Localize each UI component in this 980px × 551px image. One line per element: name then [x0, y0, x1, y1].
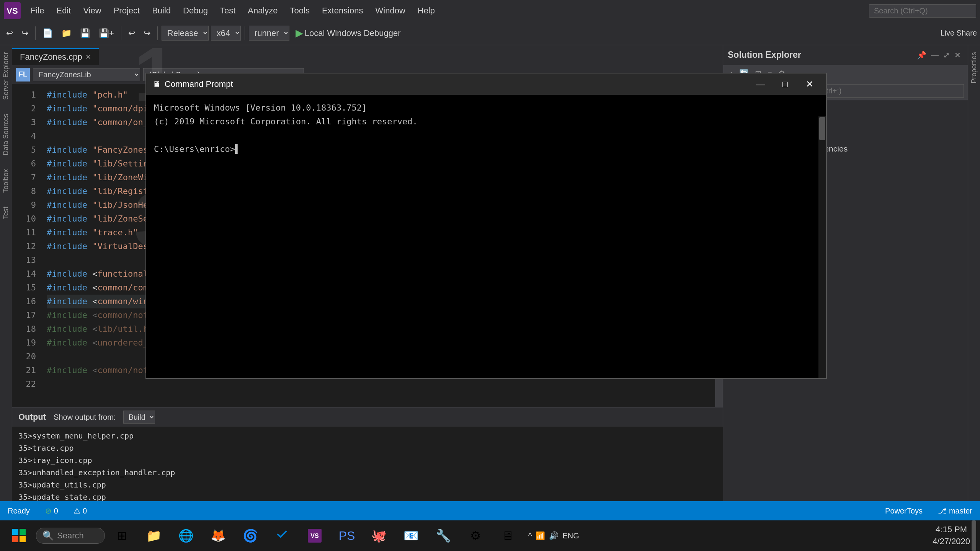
taskbar-edge[interactable]: 🌐	[171, 522, 201, 550]
toolbar-fwd-btn[interactable]: ↪	[18, 27, 31, 40]
menu-file[interactable]: File	[25, 3, 49, 18]
architecture-select[interactable]: x64	[211, 26, 241, 41]
cmd-close-btn[interactable]: ✕	[799, 77, 820, 91]
toolbar-sep-1	[35, 26, 36, 40]
global-search-input[interactable]	[869, 4, 976, 18]
powertoys-label: PowerToys	[885, 507, 923, 515]
toolbar-back-btn[interactable]: ↩	[3, 27, 16, 40]
toolbar-save-btn[interactable]: 💾	[77, 27, 93, 40]
taskbar-chrome[interactable]: 🌀	[235, 522, 266, 550]
output-from-label: Show output from:	[54, 413, 116, 422]
taskbar: 🔍 Search ⊞ 📁 🌐 🦊 🌀 VS PS 🐙 📧 🔧 ⚙ 🖥 ^ 📶 🔊…	[0, 520, 980, 551]
cmd-line-1: Microsoft Windows [Version 10.0.18363.75…	[154, 101, 811, 115]
svg-rect-2	[12, 529, 18, 535]
solution-explorer-title: Solution Explorer	[728, 50, 915, 60]
toolbar-save-all-btn[interactable]: 💾+	[96, 27, 117, 40]
start-button[interactable]	[4, 522, 34, 550]
liveshare-label: Live Share	[940, 29, 977, 37]
cmd-minimize-btn[interactable]: —	[750, 77, 771, 91]
run-debugger-btn[interactable]: ▶ Local Windows Debugger	[292, 26, 405, 41]
taskbar-outlook[interactable]: 📧	[396, 522, 426, 550]
debugger-label: Local Windows Debugger	[305, 28, 401, 38]
tray-volume: 🔊	[549, 531, 559, 540]
svg-rect-5	[20, 536, 26, 542]
taskbar-search-icon: 🔍	[42, 530, 54, 541]
output-line-1: 35>system_menu_helper.cpp	[18, 430, 717, 442]
right-sidebar: Properties	[968, 45, 980, 530]
sidebar-server-explorer[interactable]: Server Explorer	[0, 49, 11, 103]
toolbar-undo-btn[interactable]: ↩	[125, 27, 138, 40]
sidebar-test[interactable]: Test	[0, 204, 11, 222]
menu-analyze[interactable]: Analyze	[242, 3, 283, 18]
sidebar-toolbox[interactable]: Toolbox	[0, 166, 11, 196]
taskbar-other2[interactable]: ⚙	[460, 522, 491, 550]
menu-build[interactable]: Build	[147, 3, 176, 18]
menu-test[interactable]: Test	[215, 3, 241, 18]
status-bar: Ready ⊘ 0 ⚠ 0 PowerToys ⎇ master	[0, 501, 980, 520]
command-prompt-window: 🖥 Command Prompt — □ ✕ Microsoft Windows…	[145, 73, 827, 379]
file-path-select[interactable]: FancyZonesLib	[33, 68, 140, 81]
sidebar-properties[interactable]: Properties	[969, 49, 980, 86]
system-tray: ^ 📶 🔊 ENG	[524, 531, 583, 540]
vs-logo: VS	[4, 2, 21, 19]
taskbar-file-explorer[interactable]: 📁	[139, 522, 169, 550]
play-icon: ▶	[296, 27, 303, 39]
taskbar-vs-code[interactable]	[267, 522, 298, 550]
output-header: Output Show output from: Build	[12, 408, 723, 427]
warn-icon: ⚠	[74, 506, 80, 515]
taskbar-visual-studio[interactable]: VS	[299, 522, 330, 550]
file-type-icon: FL	[16, 68, 30, 82]
tab-close-btn[interactable]: ✕	[85, 53, 91, 61]
tab-bar: FancyZones.cpp ✕	[12, 45, 723, 65]
menu-project[interactable]: Project	[108, 3, 145, 18]
errors-icon: ⊘	[45, 506, 52, 515]
output-line-5: 35>update_utils.cpp	[18, 479, 717, 491]
branch-label: master	[949, 507, 972, 515]
menu-tools[interactable]: Tools	[285, 3, 315, 18]
taskbar-clock[interactable]: 4:15 PM 4/27/2020	[933, 524, 970, 548]
cmd-scrollbar[interactable]	[818, 116, 826, 378]
se-expand-btn[interactable]: ⤢	[941, 49, 952, 61]
cmd-content[interactable]: Microsoft Windows [Version 10.0.18363.75…	[146, 95, 818, 378]
taskbar-git[interactable]: 🐙	[364, 522, 394, 550]
sidebar-data-sources[interactable]: Data Sources	[0, 111, 11, 158]
configuration-select[interactable]: Release	[162, 26, 209, 41]
tray-network: 📶	[536, 531, 545, 540]
taskbar-search[interactable]: 🔍 Search	[36, 528, 105, 544]
editor-tab-fancyzones[interactable]: FancyZones.cpp ✕	[12, 48, 99, 65]
taskbar-task-view[interactable]: ⊞	[106, 522, 137, 550]
svg-text:VS: VS	[310, 533, 319, 539]
project-select[interactable]: runner	[249, 26, 289, 41]
clock-time: 4:15 PM	[933, 524, 970, 536]
cmd-maximize-btn[interactable]: □	[775, 77, 795, 91]
taskbar-firefox[interactable]: 🦊	[203, 522, 234, 550]
cmd-app-icon: 🖥	[152, 79, 161, 89]
toolbar-redo-btn[interactable]: ↪	[140, 27, 154, 40]
taskbar-powershell[interactable]: PS	[332, 522, 362, 550]
menu-help[interactable]: Help	[412, 3, 440, 18]
toolbar-new-btn[interactable]: 📄	[39, 27, 56, 40]
menu-extensions[interactable]: Extensions	[317, 3, 369, 18]
tray-arrow[interactable]: ^	[528, 531, 532, 540]
cmd-line-3	[154, 129, 811, 142]
taskbar-other3[interactable]: 🖥	[492, 522, 523, 550]
taskbar-other1[interactable]: 🔧	[428, 522, 459, 550]
menu-debug[interactable]: Debug	[178, 3, 213, 18]
status-warnings: ⚠ 0	[74, 506, 87, 515]
status-errors: ⊘ 0	[45, 506, 58, 515]
ready-label: Ready	[8, 507, 30, 515]
clock-date: 4/27/2020	[933, 536, 970, 548]
toolbar-open-btn[interactable]: 📁	[58, 27, 75, 40]
menu-window[interactable]: Window	[370, 3, 411, 18]
se-close-btn[interactable]: ✕	[952, 49, 963, 61]
se-minimize-btn[interactable]: —	[929, 49, 941, 61]
menu-view[interactable]: View	[78, 3, 106, 18]
solution-explorer-header: Solution Explorer 📌 — ⤢ ✕	[723, 45, 968, 65]
cmd-prompt: C:\Users\enrico>▌	[154, 142, 811, 156]
menu-edit[interactable]: Edit	[51, 3, 76, 18]
output-source-select[interactable]: Build	[123, 411, 155, 424]
tray-lang: ENG	[562, 531, 579, 540]
show-desktop-btn[interactable]	[972, 520, 976, 551]
se-pin-btn[interactable]: 📌	[915, 49, 929, 61]
output-line-3: 35>tray_icon.cpp	[18, 454, 717, 466]
